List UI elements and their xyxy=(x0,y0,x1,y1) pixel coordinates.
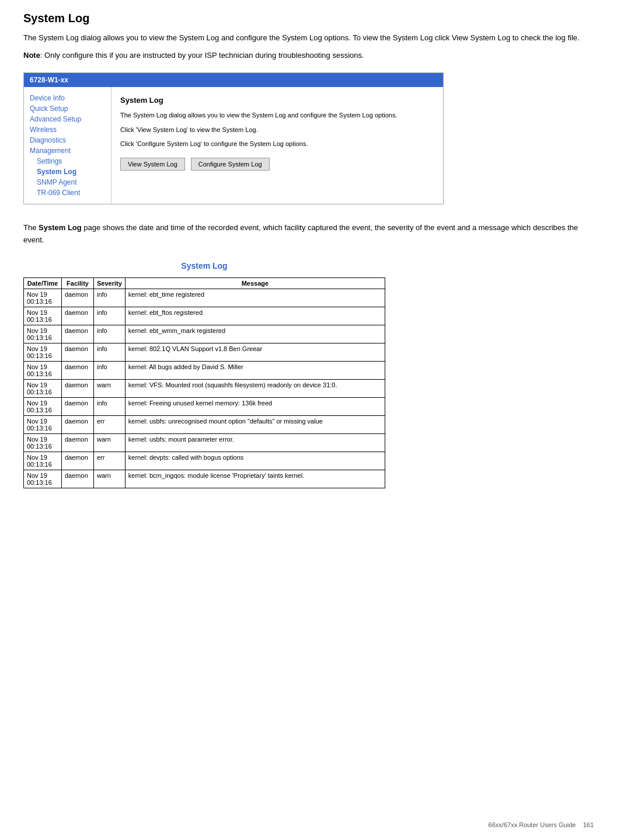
table-row: Nov 19 00:13:16daemonerrkernel: devpts: … xyxy=(24,452,385,470)
cell-datetime: Nov 19 00:13:16 xyxy=(24,343,62,361)
cell-severity: info xyxy=(94,325,126,343)
cell-message: kernel: Freeing unused kernel memory: 13… xyxy=(125,397,385,415)
cell-severity: err xyxy=(94,415,126,433)
note-text: Note: Only configure this if you are ins… xyxy=(23,50,594,61)
cell-facility: daemon xyxy=(62,361,94,379)
cell-severity: info xyxy=(94,307,126,325)
note-label: Note xyxy=(23,51,40,60)
cell-datetime: Nov 19 00:13:16 xyxy=(24,397,62,415)
table-row: Nov 19 00:13:16daemonwarnkernel: VFS: Mo… xyxy=(24,379,385,397)
cell-facility: daemon xyxy=(62,433,94,452)
cell-datetime: Nov 19 00:13:16 xyxy=(24,470,62,488)
router-content-line-1: The System Log dialog allows you to view… xyxy=(120,110,434,120)
router-button-row: View System Log Configure System Log xyxy=(120,158,434,171)
footer: 66xx/67xx Router Users Guide 161 xyxy=(489,821,594,828)
cell-severity: err xyxy=(94,452,126,470)
cell-datetime: Nov 19 00:13:16 xyxy=(24,289,62,307)
router-sidebar: Device Info Quick Setup Advanced Setup W… xyxy=(24,87,111,204)
note-body: : Only configure this if you are instruc… xyxy=(40,51,364,60)
cell-facility: daemon xyxy=(62,343,94,361)
cell-facility: daemon xyxy=(62,289,94,307)
system-log-section: System Log Date/Time Facility Severity M… xyxy=(23,261,385,488)
sidebar-item-wireless[interactable]: Wireless xyxy=(30,124,105,135)
cell-message: kernel: ebt_ftos registered xyxy=(125,307,385,325)
view-system-log-button[interactable]: View System Log xyxy=(120,158,185,171)
cell-severity: info xyxy=(94,343,126,361)
cell-message: kernel: All bugs added by David S. Mille… xyxy=(125,361,385,379)
cell-facility: daemon xyxy=(62,415,94,433)
cell-datetime: Nov 19 00:13:16 xyxy=(24,307,62,325)
table-row: Nov 19 00:13:16daemonwarnkernel: bcm_ing… xyxy=(24,470,385,488)
cell-facility: daemon xyxy=(62,325,94,343)
sidebar-item-quick-setup[interactable]: Quick Setup xyxy=(30,103,105,114)
table-row: Nov 19 00:13:16daemonwarnkernel: usbfs: … xyxy=(24,433,385,452)
cell-message: kernel: devpts: called with bogus option… xyxy=(125,452,385,470)
col-severity: Severity xyxy=(94,277,126,289)
desc-text: The System Log page shows the date and t… xyxy=(23,222,594,247)
col-facility: Facility xyxy=(62,277,94,289)
cell-message: kernel: bcm_ingqos: module license 'Prop… xyxy=(125,470,385,488)
cell-datetime: Nov 19 00:13:16 xyxy=(24,379,62,397)
cell-message: kernel: 802.1Q VLAN Support v1.8 Ben Gre… xyxy=(125,343,385,361)
sidebar-item-system-log[interactable]: System Log xyxy=(30,166,105,177)
cell-message: kernel: VFS: Mounted root (squashfs file… xyxy=(125,379,385,397)
cell-facility: daemon xyxy=(62,379,94,397)
cell-severity: warn xyxy=(94,433,126,452)
table-row: Nov 19 00:13:16daemoninfokernel: ebt_wmm… xyxy=(24,325,385,343)
sidebar-item-settings[interactable]: Settings xyxy=(30,156,105,166)
table-row: Nov 19 00:13:16daemoninfokernel: ebt_fto… xyxy=(24,307,385,325)
cell-message: kernel: ebt_wmm_mark registered xyxy=(125,325,385,343)
cell-severity: warn xyxy=(94,470,126,488)
sidebar-item-device-info[interactable]: Device Info xyxy=(30,93,105,103)
col-datetime: Date/Time xyxy=(24,277,62,289)
cell-severity: warn xyxy=(94,379,126,397)
router-ui-screenshot: 6728-W1-xx Device Info Quick Setup Advan… xyxy=(23,72,444,204)
table-row: Nov 19 00:13:16daemoninfokernel: ebt_tim… xyxy=(24,289,385,307)
system-log-title: System Log xyxy=(23,261,385,270)
router-content-title: System Log xyxy=(120,96,434,105)
cell-severity: info xyxy=(94,397,126,415)
cell-severity: info xyxy=(94,289,126,307)
sidebar-item-snmp-agent[interactable]: SNMP Agent xyxy=(30,177,105,188)
table-row: Nov 19 00:13:16daemonerrkernel: usbfs: u… xyxy=(24,415,385,433)
cell-message: kernel: usbfs: mount parameter error. xyxy=(125,433,385,452)
cell-facility: daemon xyxy=(62,397,94,415)
cell-facility: daemon xyxy=(62,307,94,325)
cell-severity: info xyxy=(94,361,126,379)
cell-datetime: Nov 19 00:13:16 xyxy=(24,361,62,379)
cell-datetime: Nov 19 00:13:16 xyxy=(24,415,62,433)
footer-page: 161 xyxy=(583,821,594,828)
table-header-row: Date/Time Facility Severity Message xyxy=(24,277,385,289)
sidebar-item-tr069-client[interactable]: TR-069 Client xyxy=(30,188,105,198)
table-row: Nov 19 00:13:16daemoninfokernel: Freeing… xyxy=(24,397,385,415)
router-body: Device Info Quick Setup Advanced Setup W… xyxy=(24,87,443,204)
cell-datetime: Nov 19 00:13:16 xyxy=(24,452,62,470)
table-row: Nov 19 00:13:16daemoninfokernel: 802.1Q … xyxy=(24,343,385,361)
router-content-area: System Log The System Log dialog allows … xyxy=(111,87,443,204)
col-message: Message xyxy=(125,277,385,289)
cell-message: kernel: ebt_time registered xyxy=(125,289,385,307)
system-log-table: Date/Time Facility Severity Message Nov … xyxy=(23,277,385,488)
sidebar-item-diagnostics[interactable]: Diagnostics xyxy=(30,135,105,145)
cell-datetime: Nov 19 00:13:16 xyxy=(24,433,62,452)
sidebar-item-advanced-setup[interactable]: Advanced Setup xyxy=(30,114,105,124)
table-row: Nov 19 00:13:16daemoninfokernel: All bug… xyxy=(24,361,385,379)
router-header: 6728-W1-xx xyxy=(24,73,443,87)
router-content-line-3: Click 'Configure System Log' to configur… xyxy=(120,139,434,149)
system-log-bold: System Log xyxy=(39,223,82,232)
cell-message: kernel: usbfs: unrecognised mount option… xyxy=(125,415,385,433)
footer-text: 66xx/67xx Router Users Guide xyxy=(489,821,576,828)
cell-facility: daemon xyxy=(62,452,94,470)
sidebar-item-management[interactable]: Management xyxy=(30,145,105,156)
page-title: System Log xyxy=(23,12,594,25)
cell-datetime: Nov 19 00:13:16 xyxy=(24,325,62,343)
intro-text: The System Log dialog allows you to view… xyxy=(23,32,594,44)
cell-facility: daemon xyxy=(62,470,94,488)
router-content-line-2: Click 'View System Log' to view the Syst… xyxy=(120,125,434,135)
configure-system-log-button[interactable]: Configure System Log xyxy=(191,158,270,171)
